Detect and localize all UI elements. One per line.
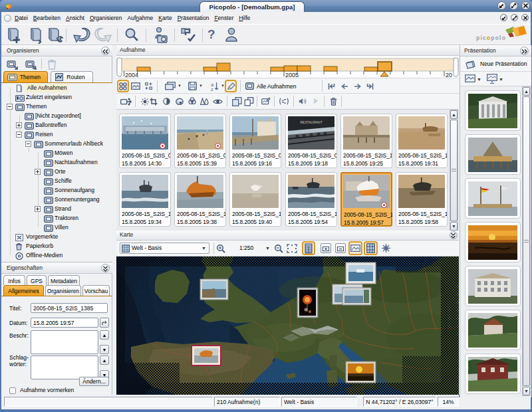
svg-text:2005: 2005 [285,72,299,78]
svg-text:20: 20 [446,72,452,78]
svg-text:z: z [211,86,213,92]
svg-text:2004: 2004 [125,72,138,78]
svg-text:RESTAURANT: RESTAURANT [300,120,323,124]
